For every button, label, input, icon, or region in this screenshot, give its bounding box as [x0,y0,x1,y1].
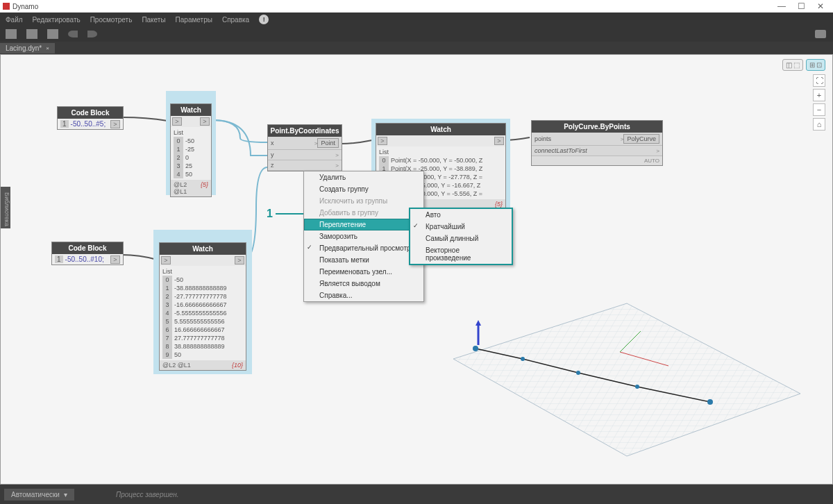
ctx-freeze[interactable]: Заморозить [304,230,423,242]
node-title: Watch [160,243,246,255]
view-graph-toggle[interactable]: ⊞⊡ [806,59,825,71]
output-port[interactable]: > [200,117,210,126]
run-mode-selector[interactable]: Автоматически ▾ [4,489,74,501]
output-port[interactable]: > [110,255,120,264]
port-connect-last[interactable]: connectLastToFirst [535,147,656,154]
port-points[interactable]: points [535,135,621,142]
point-icon [473,346,478,351]
info-icon[interactable]: ! [259,15,269,24]
code-content[interactable]: 1-50..50..#10;> [52,254,123,264]
tab-bar: Lacing.dyn* × [0,42,833,54]
watch-list: List 0-50 1-25 20 325 450 [171,127,211,180]
cube-icon: ◫ [786,61,792,69]
ctx-delete[interactable]: Удалить [304,171,423,183]
menu-params[interactable]: Параметры [176,16,212,24]
ctx-rename[interactable]: Переименовать узел... [304,266,423,278]
document-tab[interactable]: Lacing.dyn* × [0,43,55,53]
port-z[interactable]: z [271,162,335,169]
list-item: 2-27.777777777778 [162,292,243,301]
ctx-add-group: Добавить в группу [304,207,423,219]
ctx-exclude-group: Исключить из группы [304,195,423,207]
output-port[interactable]: > [235,256,244,264]
menu-edit[interactable]: Редактировать [33,16,81,24]
lacing-cross[interactable]: Векторное произведение [410,244,512,264]
output-port[interactable]: Point [317,138,339,148]
output-port[interactable]: PolyCurve [623,134,659,144]
node-code-block-1[interactable]: Code Block 1-50..50..#5;> [57,106,124,130]
code-content[interactable]: 1-50..50..#5;> [58,119,123,129]
input-port[interactable]: > [161,256,171,264]
point-icon [521,357,525,361]
lacing-longest[interactable]: Самый длинный [410,233,512,244]
list-item: 0Point(X = -50.000, Y = -50.000, Z [379,156,503,165]
open-file-icon[interactable] [26,29,37,39]
foot-count: {10} [232,362,243,369]
node-polycurve-by-points[interactable]: PolyCurve.ByPoints points>PolyCurve conn… [531,120,663,166]
menu-file[interactable]: Файл [6,16,23,24]
ctx-is-output[interactable]: Является выводом [304,278,423,289]
ctx-create-group[interactable]: Создать группу [304,183,423,195]
title-bar: Dynamo — ☐ ✕ [0,0,833,12]
zoom-in-button[interactable]: + [813,89,825,101]
zoom-out-button[interactable]: − [813,103,825,116]
graph-icon-2: ⊡ [816,61,822,69]
lacing-submenu: Авто ✓Кратчайший Самый длинный Векторное… [409,208,513,265]
point-icon [635,385,639,389]
port-y[interactable]: y [271,151,335,158]
undo-icon[interactable] [68,31,78,37]
close-button[interactable]: ✕ [811,1,830,11]
list-item: 1-25 [174,145,208,153]
check-icon: ✓ [307,244,312,251]
new-file-icon[interactable] [6,29,17,39]
z-arrow-icon [476,320,481,326]
home-view-button[interactable]: ⌂ [813,118,825,131]
tab-label: Lacing.dyn* [6,44,42,52]
save-file-icon[interactable] [47,29,58,39]
menu-packages[interactable]: Пакеты [142,16,165,24]
list-item: 20 [174,153,208,162]
view-3d-toggle[interactable]: ◫⬚ [782,59,803,71]
foot-count: {5} [201,181,208,195]
maximize-button[interactable]: ☐ [791,1,811,11]
point-icon [576,371,580,375]
tab-close-icon[interactable]: × [46,45,49,51]
menu-view[interactable]: Просмотреть [90,16,133,24]
nav-buttons: ⛶ + − ⌂ [813,74,825,131]
ctx-lacing[interactable]: Переплетение▶ [304,219,423,230]
port-x[interactable]: x [271,140,314,146]
ctx-preview[interactable]: ✓Предварительный просмотр [304,242,423,254]
redo-icon[interactable] [87,31,97,37]
menu-help[interactable]: Справка [222,16,249,24]
node-watch-2[interactable]: Watch >> List 0-50 1-38.888888888889 2-2… [159,242,246,371]
check-icon: ✓ [413,222,419,229]
ctx-show-labels[interactable]: Показать метки [304,254,423,266]
output-port[interactable]: > [494,137,504,145]
node-code-block-2[interactable]: Code Block 1-50..50..#10;> [51,242,124,265]
node-point-by-coordinates[interactable]: Point.ByCoordinates x>Point y> z> [267,124,342,171]
node-watch-1[interactable]: Watch >> List 0-50 1-25 20 325 450 @L2 @… [170,103,212,197]
status-message: Процесс завершен. [116,491,179,498]
lacing-auto[interactable]: Авто [410,209,512,221]
minimize-button[interactable]: — [772,1,791,11]
ctx-help[interactable]: Справка... [304,289,423,301]
list-item: 4-5.5555555555556 [162,309,243,317]
menu-bar: Файл Редактировать Просмотреть Пакеты Па… [0,12,833,26]
foot-levels[interactable]: @L2 @L1 [162,362,191,369]
screenshot-icon[interactable] [815,30,826,38]
point-icon [707,399,713,405]
node-title: Code Block [58,107,123,119]
list-item: 727.777777777778 [162,334,243,342]
toolbar [0,26,833,42]
output-port[interactable]: > [110,120,120,128]
foot-levels[interactable]: @L2 @L1 [174,181,201,195]
list-item: 838.888888888889 [162,342,243,351]
input-port[interactable]: > [378,137,387,145]
library-toggle[interactable]: Библиотека [1,187,10,228]
lacing-shortest[interactable]: ✓Кратчайший [410,221,512,233]
fit-view-button[interactable]: ⛶ [813,74,825,87]
workspace-canvas[interactable]: Библиотека ◫⬚ ⊞⊡ ⛶ + − ⌂ Code Block 1-50… [0,54,833,485]
input-port[interactable]: > [172,117,182,126]
app-logo-icon [3,3,10,10]
list-item: 325 [174,162,208,170]
geometry-preview[interactable] [432,276,807,470]
